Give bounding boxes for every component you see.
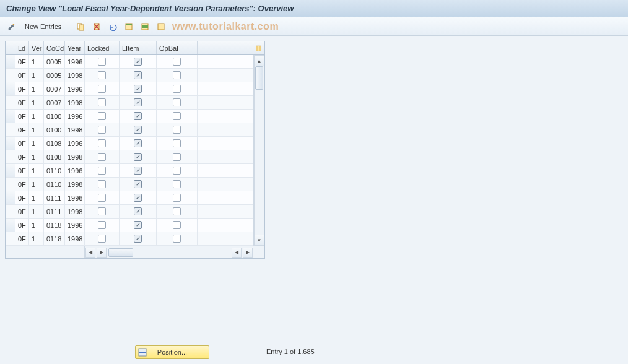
hscroll-right2-icon[interactable]: ▶: [243, 248, 253, 258]
cell-cocd[interactable]: 0110: [44, 178, 65, 191]
cell-ld[interactable]: 0F: [15, 137, 29, 150]
cell-locked[interactable]: [85, 205, 120, 218]
table-row[interactable]: 0F100051996: [6, 55, 264, 69]
row-selector[interactable]: [6, 219, 15, 232]
cell-ld[interactable]: 0F: [15, 82, 29, 95]
cell-ld[interactable]: 0F: [15, 232, 29, 245]
cell-locked[interactable]: [85, 137, 120, 150]
cell-cocd[interactable]: 0118: [44, 232, 65, 245]
cell-opbal[interactable]: [157, 178, 198, 191]
cell-ver[interactable]: 1: [29, 219, 44, 232]
checkbox-opbal[interactable]: [173, 167, 181, 175]
col-header-locked[interactable]: Locked: [85, 41, 120, 54]
cell-locked[interactable]: [85, 110, 120, 123]
col-header-litem[interactable]: LItem: [120, 41, 157, 54]
deselect-all-icon[interactable]: [154, 20, 168, 33]
scroll-track[interactable]: [254, 66, 264, 235]
cell-cocd[interactable]: 0005: [44, 69, 65, 82]
cell-year[interactable]: 1996: [65, 191, 85, 204]
checkbox-locked[interactable]: [98, 112, 106, 120]
cell-cocd[interactable]: 0108: [44, 137, 65, 150]
cell-locked[interactable]: [85, 55, 120, 68]
undo-icon[interactable]: [106, 20, 120, 33]
cell-opbal[interactable]: [157, 191, 198, 204]
checkbox-opbal[interactable]: [173, 126, 181, 134]
checkbox-litem[interactable]: [134, 126, 142, 134]
cell-ld[interactable]: 0F: [15, 150, 29, 163]
checkbox-locked[interactable]: [98, 207, 106, 215]
cell-year[interactable]: 1996: [65, 219, 85, 232]
copy-as-icon[interactable]: [74, 20, 87, 33]
checkbox-opbal[interactable]: [173, 235, 181, 243]
row-selector[interactable]: [6, 55, 15, 68]
hscroll-left-icon[interactable]: ◀: [85, 248, 95, 258]
checkbox-litem[interactable]: [134, 58, 142, 66]
table-row[interactable]: 0F101081996: [6, 137, 264, 150]
cell-year[interactable]: 1998: [65, 96, 85, 109]
table-row[interactable]: 0F101111996: [6, 191, 264, 205]
table-row[interactable]: 0F101181998: [6, 232, 264, 246]
checkbox-locked[interactable]: [98, 235, 106, 243]
cell-litem[interactable]: [120, 123, 157, 136]
cell-locked[interactable]: [85, 219, 120, 232]
cell-ver[interactable]: 1: [29, 232, 44, 245]
select-block-icon[interactable]: [138, 20, 152, 33]
checkbox-opbal[interactable]: [173, 221, 181, 229]
cell-locked[interactable]: [85, 150, 120, 163]
checkbox-locked[interactable]: [98, 167, 106, 175]
cell-locked[interactable]: [85, 164, 120, 177]
cell-opbal[interactable]: [157, 150, 198, 163]
checkbox-litem[interactable]: [134, 153, 142, 161]
cell-litem[interactable]: [120, 150, 157, 163]
cell-opbal[interactable]: [157, 110, 198, 123]
cell-year[interactable]: 1996: [65, 110, 85, 123]
row-selector[interactable]: [6, 82, 15, 95]
row-selector[interactable]: [6, 232, 15, 245]
cell-ver[interactable]: 1: [29, 96, 44, 109]
cell-year[interactable]: 1996: [65, 164, 85, 177]
hscroll-thumb[interactable]: [108, 248, 133, 257]
checkbox-locked[interactable]: [98, 194, 106, 202]
cell-litem[interactable]: [120, 232, 157, 245]
position-button[interactable]: Position...: [135, 345, 209, 359]
cell-ver[interactable]: 1: [29, 110, 44, 123]
cell-litem[interactable]: [120, 164, 157, 177]
cell-litem[interactable]: [120, 205, 157, 218]
cell-opbal[interactable]: [157, 232, 198, 245]
checkbox-locked[interactable]: [98, 153, 106, 161]
cell-litem[interactable]: [120, 191, 157, 204]
checkbox-opbal[interactable]: [173, 112, 181, 120]
row-selector[interactable]: [6, 96, 15, 109]
col-header-ld[interactable]: Ld: [15, 41, 29, 54]
table-row[interactable]: 0F100071998: [6, 96, 264, 110]
checkbox-opbal[interactable]: [173, 58, 181, 66]
row-selector[interactable]: [6, 110, 15, 123]
cell-year[interactable]: 1998: [65, 123, 85, 136]
cell-ld[interactable]: 0F: [15, 191, 29, 204]
checkbox-locked[interactable]: [98, 180, 106, 188]
cell-year[interactable]: 1996: [65, 82, 85, 95]
checkbox-opbal[interactable]: [173, 153, 181, 161]
checkbox-litem[interactable]: [134, 85, 142, 93]
cell-year[interactable]: 1996: [65, 55, 85, 68]
cell-ver[interactable]: 1: [29, 191, 44, 204]
hscroll-right-icon[interactable]: ▶: [97, 248, 107, 258]
cell-cocd[interactable]: 0007: [44, 82, 65, 95]
checkbox-litem[interactable]: [134, 167, 142, 175]
cell-opbal[interactable]: [157, 123, 198, 136]
row-selector[interactable]: [6, 137, 15, 150]
cell-litem[interactable]: [120, 82, 157, 95]
cell-ld[interactable]: 0F: [15, 96, 29, 109]
checkbox-litem[interactable]: [134, 71, 142, 79]
cell-opbal[interactable]: [157, 69, 198, 82]
cell-litem[interactable]: [120, 178, 157, 191]
cell-ver[interactable]: 1: [29, 137, 44, 150]
cell-ver[interactable]: 1: [29, 55, 44, 68]
toggle-display-change-icon[interactable]: [5, 20, 19, 33]
checkbox-locked[interactable]: [98, 98, 106, 106]
cell-cocd[interactable]: 0100: [44, 123, 65, 136]
checkbox-opbal[interactable]: [173, 180, 181, 188]
scroll-thumb[interactable]: [255, 66, 263, 90]
col-header-cocd[interactable]: CoCd: [44, 41, 65, 54]
cell-ld[interactable]: 0F: [15, 164, 29, 177]
